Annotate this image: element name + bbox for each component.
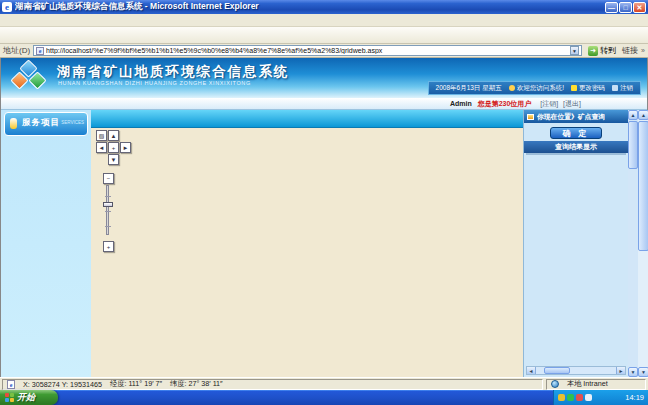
scroll-right-icon[interactable]: ► bbox=[616, 367, 625, 374]
ie-toolbar bbox=[0, 27, 648, 44]
tray-volume-icon[interactable] bbox=[567, 394, 574, 401]
site-subtitle: HUNAN KUANGSHAN DIZHI HUANJING ZONGHE XI… bbox=[58, 80, 251, 86]
address-input[interactable]: e http://localhost/%e7%9f%bf%e5%b1%b1%e5… bbox=[33, 45, 582, 56]
start-label: 开始 bbox=[17, 391, 35, 404]
content-area: 服务项目 SERVICES ▧▲ ◄+► bbox=[1, 110, 647, 377]
map-nav-control: ▧▲ ◄+► ▼ − bbox=[95, 130, 135, 253]
overview-button[interactable]: ▧ bbox=[96, 130, 107, 141]
admin-username: Admin bbox=[450, 100, 472, 107]
security-zone: 本地 Intranet bbox=[567, 379, 608, 389]
zoom-in-step-button[interactable]: + bbox=[103, 241, 114, 252]
document-icon: e bbox=[7, 380, 15, 389]
longitude-value: 经度: 111° 19′ 7″ bbox=[110, 379, 162, 389]
address-url[interactable]: http://localhost/%e7%9f%bf%e5%b1%b1%e5%9… bbox=[46, 47, 568, 54]
key-icon bbox=[571, 85, 577, 91]
scroll-up-icon[interactable]: ▲ bbox=[628, 110, 638, 120]
browser-window: e 湖南省矿山地质环境综合信息系统 - Microsoft Internet E… bbox=[0, 0, 648, 405]
zoom-slider-track[interactable] bbox=[106, 185, 109, 235]
site-banner: 湖南省矿山地质环境综合信息系统 HUNAN KUANGSHAN DIZHI HU… bbox=[1, 58, 647, 98]
admin-exit-link[interactable]: [退出] bbox=[563, 100, 581, 107]
zone-cell: 本地 Intranet bbox=[546, 379, 646, 390]
tab-bar bbox=[91, 110, 523, 128]
header-info-bar: 2008年6月13日 星期五 欢迎您访问系统! 更改密码 注销 bbox=[428, 81, 641, 95]
pan-right-button[interactable]: ► bbox=[120, 142, 131, 153]
latitude-value: 纬度: 27° 38′ 11″ bbox=[170, 379, 223, 389]
close-button[interactable]: ✕ bbox=[633, 2, 646, 13]
start-button[interactable]: 开始 bbox=[0, 390, 58, 405]
tray-message-icon[interactable] bbox=[585, 394, 592, 401]
window-scroll-down-icon[interactable]: ▼ bbox=[638, 367, 648, 377]
maximize-button[interactable]: □ bbox=[619, 2, 632, 13]
panel-scroll-thumb[interactable] bbox=[628, 121, 638, 169]
tray-antivirus-icon[interactable] bbox=[558, 394, 565, 401]
visitor-count: 您是第230位用户 bbox=[478, 100, 532, 107]
current-date: 2008年6月13日 星期五 bbox=[436, 84, 502, 93]
zoom-out-step-button[interactable]: − bbox=[103, 173, 114, 184]
pan-left-button[interactable]: ◄ bbox=[96, 142, 107, 153]
results-title-bar: 查询结果显示 bbox=[524, 141, 628, 153]
map-graphics bbox=[91, 128, 523, 377]
taskbar: 开始 14:19 bbox=[0, 390, 648, 405]
admin-logout-link[interactable]: [注销] bbox=[540, 100, 558, 107]
xy-coordinates: X: 3058274 Y: 19531465 bbox=[23, 380, 102, 389]
tray-network-icon[interactable] bbox=[576, 394, 583, 401]
go-button[interactable]: ➜ 转到 bbox=[585, 45, 619, 57]
go-icon: ➜ bbox=[588, 46, 598, 56]
site-title: 湖南省矿山地质环境综合信息系统 bbox=[57, 63, 290, 81]
welcome-message: 欢迎您访问系统! bbox=[509, 84, 564, 93]
breadcrumb: 你现在位置》矿点查询 bbox=[537, 112, 605, 122]
site-logo bbox=[9, 61, 51, 95]
slider-tick bbox=[105, 211, 111, 212]
window-title: 湖南省矿山地质环境综合信息系统 - Microsoft Internet Exp… bbox=[15, 1, 605, 13]
go-label: 转到 bbox=[600, 45, 616, 56]
window-vertical-scrollbar[interactable]: ▲ ▼ bbox=[638, 110, 648, 377]
change-password-link[interactable]: 更改密码 bbox=[571, 84, 605, 93]
status-bar: e X: 3058274 Y: 19531465 经度: 111° 19′ 7″… bbox=[0, 377, 648, 390]
h-scroll-thumb[interactable] bbox=[544, 367, 570, 374]
minimize-button[interactable]: — bbox=[605, 2, 618, 13]
sidebar: 服务项目 SERVICES bbox=[1, 110, 91, 377]
center-button[interactable]: + bbox=[108, 142, 119, 153]
window-controls: — □ ✕ bbox=[605, 2, 646, 13]
taskbar-clock: 14:19 bbox=[625, 393, 644, 402]
address-dropdown-icon[interactable]: ▼ bbox=[570, 46, 579, 55]
sidebar-header: 服务项目 SERVICES bbox=[4, 112, 88, 136]
scroll-left-icon[interactable]: ◄ bbox=[527, 367, 536, 374]
logout-link[interactable]: 注销 bbox=[612, 84, 633, 93]
window-scroll-up-icon[interactable]: ▲ bbox=[638, 110, 648, 120]
zoom-slider-handle[interactable] bbox=[103, 202, 113, 207]
address-bar: 地址(D) e http://localhost/%e7%9f%bf%e5%b1… bbox=[0, 44, 648, 58]
map-canvas[interactable]: ▧▲ ◄+► ▼ − bbox=[91, 128, 523, 377]
address-label: 地址(D) bbox=[3, 45, 30, 56]
coordinates-cell: e X: 3058274 Y: 19531465 经度: 111° 19′ 7″… bbox=[2, 379, 543, 390]
person-icon bbox=[509, 85, 515, 91]
ie-window-icon: e bbox=[2, 2, 12, 12]
admin-strip: Admin 您是第230位用户 [注销] [退出] bbox=[1, 98, 647, 110]
system-tray: 14:19 bbox=[553, 390, 648, 405]
panel-horizontal-scrollbar[interactable]: ◄ ► bbox=[526, 366, 626, 375]
confirm-row: 确 定 bbox=[524, 125, 628, 141]
confirm-button[interactable]: 确 定 bbox=[550, 127, 602, 139]
results-table bbox=[526, 153, 626, 155]
links-label[interactable]: 链接 bbox=[622, 45, 638, 56]
pan-up-button[interactable]: ▲ bbox=[108, 130, 119, 141]
bulb-icon bbox=[10, 118, 17, 129]
pan-down-button[interactable]: ▼ bbox=[108, 154, 119, 165]
zoom-slider[interactable]: − + bbox=[102, 166, 113, 253]
page-icon: e bbox=[36, 47, 44, 55]
title-bar: e 湖南省矿山地质环境综合信息系统 - Microsoft Internet E… bbox=[0, 0, 648, 14]
windows-flag-icon bbox=[5, 393, 14, 402]
query-panel: 你现在位置》矿点查询 确 定 查询结果显示 ◄ ► bbox=[523, 110, 628, 377]
main-area: ▧▲ ◄+► ▼ − bbox=[91, 110, 523, 377]
location-icon bbox=[527, 114, 534, 120]
scroll-down-icon[interactable]: ▼ bbox=[628, 367, 638, 377]
sidebar-title-en: SERVICES bbox=[61, 120, 84, 125]
slider-tick bbox=[105, 196, 111, 197]
sidebar-title: 服务项目 bbox=[22, 117, 60, 129]
menu-bar bbox=[0, 14, 648, 27]
window-scroll-thumb[interactable] bbox=[638, 121, 648, 251]
links-chevron-icon[interactable]: » bbox=[641, 47, 645, 54]
slider-tick bbox=[105, 226, 111, 227]
panel-vertical-scrollbar[interactable]: ▲ ▼ bbox=[628, 110, 638, 377]
logout-icon bbox=[612, 85, 618, 91]
